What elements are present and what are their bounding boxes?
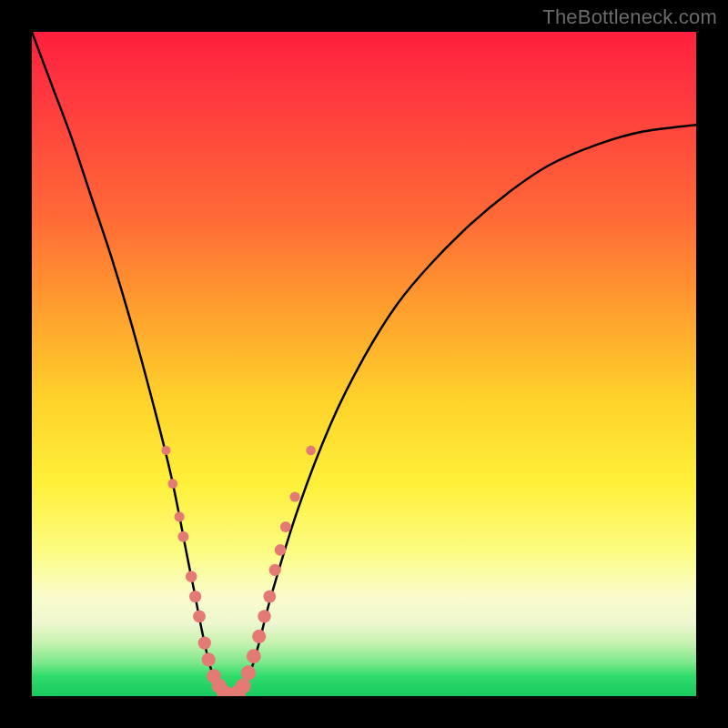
plot-area bbox=[32, 32, 696, 696]
bottleneck-curve bbox=[32, 32, 696, 696]
marker-point bbox=[241, 665, 256, 680]
marker-point bbox=[236, 679, 251, 694]
chart-svg bbox=[32, 32, 696, 696]
marker-point bbox=[306, 446, 316, 456]
marker-point bbox=[280, 521, 291, 532]
marker-point bbox=[269, 564, 281, 576]
marker-point bbox=[189, 591, 201, 602]
marker-point bbox=[186, 571, 197, 582]
watermark-text: TheBottleneck.com bbox=[542, 5, 717, 29]
chart-frame: TheBottleneck.com bbox=[0, 0, 728, 728]
marker-point bbox=[162, 446, 171, 455]
marker-point bbox=[177, 531, 188, 542]
marker-point bbox=[252, 630, 266, 643]
marker-point bbox=[275, 544, 287, 556]
marker-point bbox=[198, 636, 211, 649]
marker-point bbox=[258, 610, 270, 622]
marker-cluster bbox=[162, 446, 316, 696]
marker-point bbox=[202, 652, 216, 666]
marker-point bbox=[247, 649, 261, 663]
marker-point bbox=[263, 591, 276, 603]
marker-point bbox=[168, 479, 178, 489]
marker-point bbox=[175, 511, 185, 521]
marker-point bbox=[193, 611, 206, 623]
marker-point bbox=[290, 491, 300, 501]
